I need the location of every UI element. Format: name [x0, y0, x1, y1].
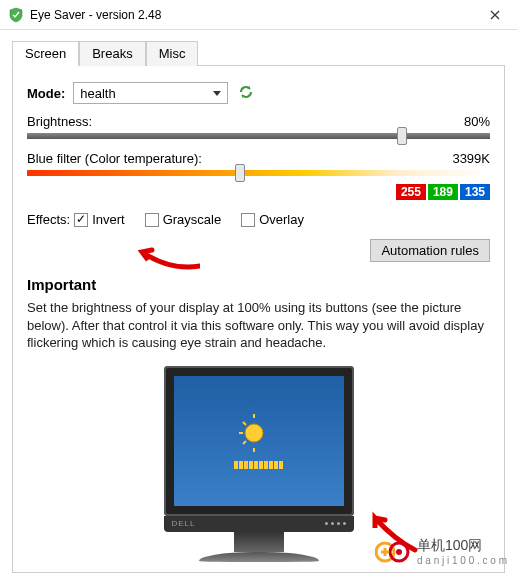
effects-label: Effects:	[27, 212, 70, 227]
tab-screen[interactable]: Screen	[12, 41, 79, 66]
close-icon	[490, 10, 500, 20]
rgb-badges: 255 189 135	[27, 184, 490, 200]
monitor-brand: DELL	[172, 519, 196, 528]
grayscale-label: Grayscale	[163, 212, 222, 227]
mode-label: Mode:	[27, 86, 65, 101]
automation-rules-button[interactable]: Automation rules	[370, 239, 490, 262]
tab-misc[interactable]: Misc	[146, 41, 199, 66]
tabs: Screen Breaks Misc	[12, 40, 505, 66]
svg-line-5	[243, 441, 246, 444]
bluefilter-section: Blue filter (Color temperature): 3399K 2…	[27, 151, 490, 200]
overlay-label: Overlay	[259, 212, 304, 227]
bluefilter-slider[interactable]	[27, 170, 490, 176]
rgb-b: 135	[460, 184, 490, 200]
brightness-thumb[interactable]	[397, 127, 407, 145]
rgb-g: 189	[428, 184, 458, 200]
window-title: Eye Saver - version 2.48	[30, 8, 472, 22]
svg-point-8	[396, 549, 402, 555]
bluefilter-label: Blue filter (Color temperature):	[27, 151, 202, 166]
mode-value: health	[80, 86, 115, 101]
rgb-r: 255	[396, 184, 426, 200]
mode-dropdown[interactable]: health	[73, 82, 228, 104]
monitor-buttons-icon	[325, 522, 346, 525]
screen-panel: Mode: health Brightness: 80% Blue filter…	[12, 66, 505, 573]
annotation-arrow-icon	[130, 246, 200, 276]
important-text: Set the brightness of your display at 10…	[27, 299, 490, 352]
invert-label: Invert	[92, 212, 125, 227]
bluefilter-value: 3399K	[452, 151, 490, 166]
brightness-bar-icon	[234, 461, 283, 469]
watermark: 单机100网 d a n j i 1 0 0 . c o m	[375, 537, 507, 566]
important-section: Important Set the brightness of your dis…	[27, 276, 490, 352]
watermark-text: 单机100网	[417, 537, 507, 555]
brightness-slider[interactable]	[27, 133, 490, 139]
effects-row: Effects: Invert Grayscale Overlay	[27, 212, 490, 227]
overlay-checkbox[interactable]	[241, 213, 255, 227]
brightness-section: Brightness: 80%	[27, 114, 490, 139]
invert-checkbox[interactable]	[74, 213, 88, 227]
grayscale-checkbox[interactable]	[145, 213, 159, 227]
important-heading: Important	[27, 276, 490, 293]
watermark-url: d a n j i 1 0 0 . c o m	[417, 555, 507, 566]
shield-icon	[8, 7, 24, 23]
svg-line-4	[243, 422, 246, 425]
titlebar: Eye Saver - version 2.48	[0, 0, 517, 30]
close-button[interactable]	[472, 0, 517, 30]
refresh-icon	[238, 84, 254, 100]
tab-breaks[interactable]: Breaks	[79, 41, 145, 66]
watermark-logo-icon	[375, 540, 411, 564]
brightness-label: Brightness:	[27, 114, 92, 129]
svg-point-0	[245, 424, 263, 442]
refresh-button[interactable]	[238, 84, 254, 103]
bluefilter-thumb[interactable]	[235, 164, 245, 182]
sun-moon-icon	[239, 413, 279, 453]
brightness-value: 80%	[464, 114, 490, 129]
